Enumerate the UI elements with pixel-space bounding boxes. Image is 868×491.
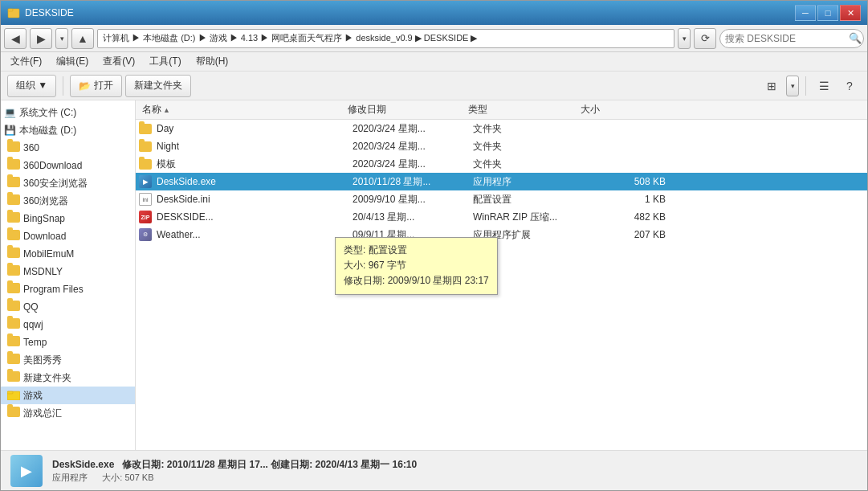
file-name: Day: [157, 123, 352, 134]
sidebar-item-bingsnap[interactable]: BingSnap: [1, 210, 135, 227]
file-name: DESKSIDE...: [157, 211, 352, 223]
table-row[interactable]: ⚙ Weather... 09/9/11 星期... 应用程序扩展 207 KB: [136, 226, 867, 243]
back-button[interactable]: ◀: [4, 28, 26, 49]
file-name: 模板: [157, 158, 352, 171]
file-type: 文件夹: [473, 158, 585, 171]
status-info: DeskSide.exe 修改日期: 2010/11/28 星期日 17... …: [52, 458, 417, 484]
minimize-button[interactable]: ─: [795, 5, 816, 21]
details-view-button[interactable]: ☰: [813, 76, 835, 96]
toolbar-separator: [63, 76, 63, 96]
table-row[interactable]: Day 2020/3/24 星期... 文件夹: [136, 120, 867, 137]
refresh-button[interactable]: ⟳: [694, 28, 716, 49]
view-dropdown-button[interactable]: ▾: [786, 76, 799, 96]
header-date[interactable]: 修改日期: [348, 103, 468, 117]
svg-rect-3: [7, 391, 13, 394]
folder-icon: [7, 301, 20, 313]
file-type: 文件夹: [473, 122, 585, 136]
status-file-icon: ▶: [10, 455, 43, 487]
sidebar-item-360browser2[interactable]: 360安全浏览器: [1, 174, 135, 192]
folder-icon: [7, 318, 20, 331]
file-tooltip: 类型: 配置设置 大小: 967 字节 修改日期: 2009/9/10 星期四 …: [335, 237, 498, 295]
sidebar-item-gamescollection[interactable]: 游戏总汇: [1, 404, 135, 422]
menu-tools[interactable]: 工具(T): [143, 53, 187, 70]
sidebar-item-drive-d[interactable]: 💾 本地磁盘 (D:): [1, 121, 135, 139]
file-name: Night: [157, 141, 352, 152]
new-folder-label: 新建文件夹: [134, 79, 182, 92]
title-bar: DESKSIDE ─ □ ✕: [1, 1, 867, 25]
file-name: DeskSide.ini: [157, 194, 352, 205]
forward-button[interactable]: ▶: [30, 28, 52, 49]
up-button[interactable]: ▲: [71, 28, 94, 49]
sidebar-item-msdnly[interactable]: MSDNLY: [1, 263, 135, 280]
search-input[interactable]: [725, 33, 846, 44]
drive-d-icon: 💾: [4, 125, 16, 136]
table-row[interactable]: ▶ DeskSide.exe 2010/11/28 星期... 应用程序 508…: [136, 173, 867, 190]
header-size[interactable]: 大小: [581, 103, 661, 117]
table-row[interactable]: 模板 2020/3/24 星期... 文件夹: [136, 155, 867, 173]
file-size: 482 KB: [585, 211, 666, 223]
open-label: 打开: [94, 79, 113, 92]
file-date: 2009/9/10 星期...: [352, 193, 473, 207]
sidebar-item-games[interactable]: 游戏: [1, 387, 135, 404]
folder-icon: [7, 354, 20, 366]
table-row[interactable]: Night 2020/3/24 星期... 文件夹: [136, 137, 867, 155]
file-type: 文件夹: [473, 140, 585, 153]
header-type[interactable]: 类型: [468, 103, 581, 117]
window-controls: ─ □ ✕: [795, 5, 861, 21]
sidebar-item-360browser[interactable]: 360浏览器: [1, 192, 135, 210]
sidebar-item-temp[interactable]: Temp: [1, 333, 135, 351]
status-type: 应用程序 大小: 507 KB: [52, 472, 417, 484]
address-dropdown-button[interactable]: ▾: [678, 28, 691, 49]
sidebar-item-drive-c[interactable]: 💻 系统文件 (C:): [1, 104, 135, 121]
maximize-button[interactable]: □: [817, 5, 838, 21]
sidebar-item-meituxiuxiu[interactable]: 美图秀秀: [1, 351, 135, 369]
sidebar-item-360[interactable]: 360: [1, 139, 135, 157]
sidebar-item-newfolder[interactable]: 新建文件夹: [1, 369, 135, 387]
organize-label: 组织 ▼: [16, 79, 47, 92]
menu-help[interactable]: 帮助(H): [189, 53, 235, 70]
path-text: 计算机 ▶ 本地磁盘 (D:) ▶ 游戏 ▶ 4.13 ▶ 网吧桌面天气程序 ▶…: [103, 32, 477, 44]
sidebar-item-mobileemum[interactable]: MobilEmuM: [1, 245, 135, 263]
folder-icon: [7, 159, 20, 172]
sidebar-item-programfiles[interactable]: Program Files: [1, 280, 135, 298]
open-button[interactable]: 📂 打开: [70, 75, 122, 97]
folder-icon: [7, 230, 20, 243]
explorer-window: DESKSIDE ─ □ ✕ ◀ ▶ ▾ ▲ 计算机 ▶ 本地磁盘 (D:) ▶…: [0, 0, 868, 491]
menu-edit[interactable]: 编辑(E): [50, 53, 95, 70]
folder-icon: [139, 122, 152, 135]
svg-rect-1: [8, 9, 13, 11]
search-icon[interactable]: 🔍: [849, 32, 862, 44]
organize-button[interactable]: 组织 ▼: [7, 75, 56, 97]
address-bar: ◀ ▶ ▾ ▲ 计算机 ▶ 本地磁盘 (D:) ▶ 游戏 ▶ 4.13 ▶ 网吧…: [1, 25, 867, 52]
file-date: 20/4/13 星期...: [352, 211, 473, 224]
table-row[interactable]: ZIP DESKSIDE... 20/4/13 星期... WinRAR ZIP…: [136, 208, 867, 226]
toolbar-open-icon: 📂: [79, 80, 91, 92]
file-name: Weather...: [157, 229, 352, 240]
view-toggle-button[interactable]: ⊞: [760, 76, 783, 96]
header-name[interactable]: 名称 ▲: [139, 103, 348, 117]
new-folder-button[interactable]: 新建文件夹: [125, 75, 191, 97]
sidebar-item-360download[interactable]: 360Download: [1, 157, 135, 174]
file-type: WinRAR ZIP 压缩...: [473, 211, 585, 224]
status-icon-glyph: ▶: [21, 462, 32, 480]
address-path[interactable]: 计算机 ▶ 本地磁盘 (D:) ▶ 游戏 ▶ 4.13 ▶ 网吧桌面天气程序 ▶…: [97, 29, 674, 48]
search-box: 🔍: [719, 29, 864, 48]
menu-file[interactable]: 文件(F): [4, 53, 48, 70]
sidebar-item-qq[interactable]: QQ: [1, 298, 135, 316]
tooltip-date: 修改日期: 2009/9/10 星期四 23:17: [344, 273, 489, 288]
file-size: 1 KB: [585, 194, 666, 205]
menu-view[interactable]: 查看(V): [96, 53, 141, 70]
sidebar-item-qqwj[interactable]: qqwj: [1, 316, 135, 333]
dll-icon: ⚙: [139, 228, 152, 241]
sidebar: 💻 系统文件 (C:) 💾 本地磁盘 (D:) 360 360Download …: [1, 100, 136, 450]
window-icon: [7, 6, 20, 19]
table-row[interactable]: ini DeskSide.ini 2009/9/10 星期... 配置设置 1 …: [136, 190, 867, 208]
drive-c-label: 系统文件 (C:): [19, 106, 76, 120]
file-type: 应用程序: [473, 175, 585, 189]
sidebar-item-download[interactable]: Download: [1, 227, 135, 245]
folder-icon: [7, 265, 20, 278]
content-area: 名称 ▲ 修改日期 类型 大小 Day 202: [136, 100, 867, 450]
history-dropdown-button[interactable]: ▾: [55, 28, 68, 49]
close-button[interactable]: ✕: [840, 5, 861, 21]
help-button[interactable]: ?: [838, 76, 861, 96]
